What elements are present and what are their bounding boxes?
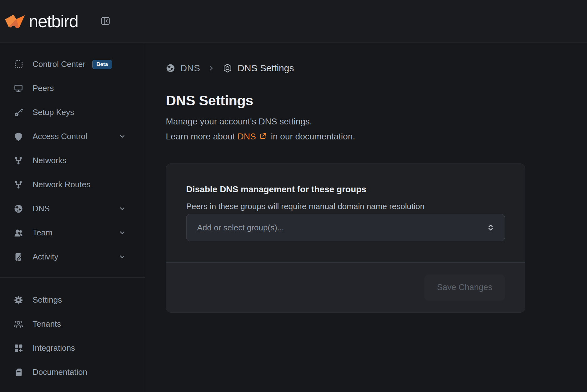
sidebar-item-setup-keys[interactable]: Setup Keys xyxy=(0,100,145,124)
sidebar-item-label: DNS xyxy=(33,204,50,214)
netbird-logo[interactable]: netbird xyxy=(5,11,78,31)
panel-left-close-icon[interactable] xyxy=(100,16,110,26)
sidebar-item-label: Setup Keys xyxy=(33,108,74,117)
card-body: Disable DNS management for these groups … xyxy=(166,164,525,262)
chevron-down-icon xyxy=(118,229,126,237)
sidebar-item-label: Tenants xyxy=(33,319,61,329)
chevron-down-icon xyxy=(118,205,126,213)
sidebar-item-dns[interactable]: DNS xyxy=(0,197,145,221)
breadcrumb-dns-settings[interactable]: DNS Settings xyxy=(222,63,294,73)
beta-badge: Beta xyxy=(92,60,112,69)
sidebar-item-tenants[interactable]: Tenants xyxy=(0,312,145,336)
sidebar-item-label: Activity xyxy=(33,252,58,262)
sidebar-item-label: Team xyxy=(33,228,53,238)
chevron-down-icon xyxy=(118,253,126,261)
control-center-icon xyxy=(14,60,23,69)
sidebar-item-label: Settings xyxy=(33,295,62,305)
sidebar-item-label: Access Control xyxy=(33,132,87,141)
netbird-bird-icon xyxy=(5,14,25,29)
sidebar-item-label: Networks xyxy=(33,156,66,165)
page-title: DNS Settings xyxy=(166,92,587,110)
sidebar-item-label: Peers xyxy=(33,83,54,93)
gear-icon xyxy=(14,295,23,305)
dns-management-card: Disable DNS management for these groups … xyxy=(166,163,525,313)
sidebar-item-label: Control Center xyxy=(33,59,85,69)
chevrons-up-down-icon xyxy=(486,223,495,232)
save-changes-button[interactable]: Save Changes xyxy=(424,274,505,301)
sidebar: Control Center Beta Peers xyxy=(0,43,145,392)
file-pen-icon xyxy=(14,252,23,262)
sidebar-item-access-control[interactable]: Access Control xyxy=(0,124,145,148)
card-heading: Disable DNS management for these groups xyxy=(186,184,505,195)
chevron-down-icon xyxy=(118,133,126,140)
sidebar-item-activity[interactable]: Activity xyxy=(0,245,145,269)
sidebar-item-label: Network Routes xyxy=(33,180,90,189)
page-description-line2-suffix: in our documentation. xyxy=(268,132,355,141)
sidebar-item-label: Documentation xyxy=(33,367,87,377)
people-group-icon xyxy=(14,319,23,329)
page-description-line2: Learn more about xyxy=(166,132,235,141)
top-bar: netbird xyxy=(0,0,587,43)
sidebar-item-peers[interactable]: Peers xyxy=(0,76,145,100)
card-description: Peers in these groups will require manua… xyxy=(186,201,505,212)
breadcrumb-label: DNS xyxy=(180,63,200,73)
sidebar-item-team[interactable]: Team xyxy=(0,221,145,245)
page-description-line1: Manage your account's DNS settings. xyxy=(166,117,312,126)
monitor-icon xyxy=(14,84,23,93)
breadcrumb-dns[interactable]: DNS xyxy=(166,63,200,73)
sidebar-item-control-center[interactable]: Control Center Beta xyxy=(0,52,145,76)
breadcrumb: DNS DNS Settings xyxy=(166,61,587,75)
sidebar-item-network-routes[interactable]: Network Routes xyxy=(0,173,145,197)
key-icon xyxy=(14,108,23,117)
chevron-right-icon xyxy=(207,64,216,73)
card-footer: Save Changes xyxy=(166,262,525,312)
sidebar-item-documentation[interactable]: Documentation xyxy=(0,360,145,384)
globe-icon xyxy=(14,204,23,214)
sidebar-item-settings[interactable]: Settings xyxy=(0,288,145,312)
globe-icon xyxy=(166,63,175,73)
book-icon xyxy=(14,368,23,377)
breadcrumb-label: DNS Settings xyxy=(237,63,294,73)
group-select-placeholder: Add or select group(s)... xyxy=(197,223,284,233)
shield-icon xyxy=(14,132,23,141)
netbird-dashboard: netbird Control Center Beta xyxy=(0,0,587,392)
sidebar-item-networks[interactable]: Networks xyxy=(0,148,145,173)
dns-docs-link[interactable]: DNS xyxy=(237,132,256,141)
blocks-plus-icon xyxy=(14,344,23,353)
sidebar-item-label: Integrations xyxy=(33,343,75,353)
network-fork-icon xyxy=(14,180,23,189)
page-description: Manage your account's DNS settings. Lear… xyxy=(166,114,587,144)
network-fork-icon xyxy=(14,156,23,165)
external-link-icon xyxy=(259,132,267,140)
users-icon xyxy=(14,228,23,238)
sidebar-item-integrations[interactable]: Integrations xyxy=(0,336,145,360)
settings-hexagon-icon xyxy=(222,63,232,73)
sidebar-divider xyxy=(0,277,145,278)
group-select-input[interactable]: Add or select group(s)... xyxy=(186,214,505,241)
main-content: DNS DNS Settings DNS Settings Manage you… xyxy=(145,43,587,392)
brand-name: netbird xyxy=(29,11,78,31)
